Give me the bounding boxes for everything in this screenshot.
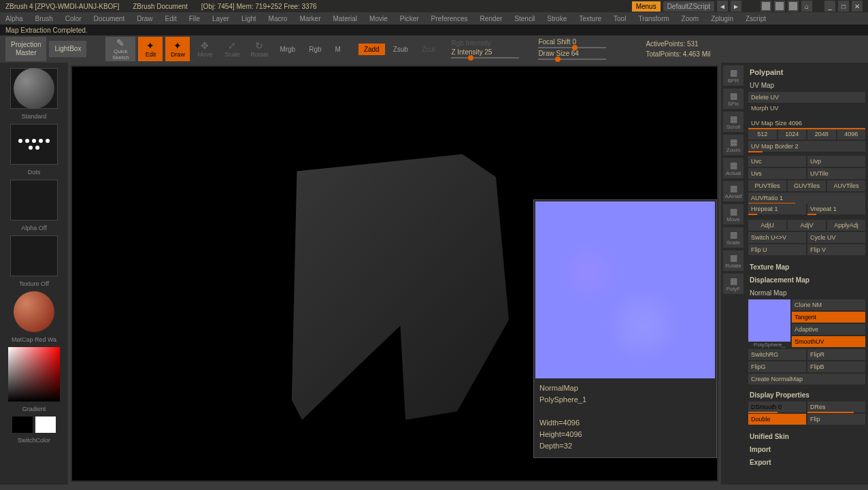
righttool-scale[interactable]: ▦Scale [723,227,744,248]
draw-button[interactable]: ✦Draw [165,37,190,61]
menu-zplugin[interactable]: Zplugin [711,15,733,22]
uvsize-2048[interactable]: 2048 [807,129,836,140]
uv-map-size-slider[interactable]: UV Map Size 4096 [748,118,865,129]
color-swatch-black[interactable] [12,416,33,433]
normalmap-thumbnail[interactable] [748,299,790,342]
color-swatch-white[interactable] [35,416,56,433]
minimize-icon[interactable]: _ [824,1,835,12]
menu-file[interactable]: File [189,15,200,22]
nav-next-icon[interactable]: ► [731,1,741,12]
zcut-button[interactable]: Zcut [416,46,440,53]
dsmooth-slider[interactable]: DSmooth 0 [748,402,806,412]
zadd-button[interactable]: Zadd [358,44,385,55]
menu-preferences[interactable]: Preferences [431,15,468,22]
righttool-zoom[interactable]: ▦Zoom [723,135,744,155]
menu-layer[interactable]: Layer [212,15,229,22]
menu-macro[interactable]: Macro [269,15,288,22]
menu-marker[interactable]: Marker [299,15,320,22]
vrepeat-slider[interactable]: Vrepeat 1 [807,203,865,214]
scale-button[interactable]: ⤢Scale [220,37,244,61]
menu-render[interactable]: Render [480,15,503,22]
nav-prev-icon[interactable]: ◄ [717,1,728,12]
alpha-selector[interactable] [10,180,58,220]
preview-image[interactable] [535,201,715,378]
uvc-button[interactable]: Uvc [748,156,806,167]
normalmap-header[interactable]: Normal Map [748,287,865,299]
uvsize-512[interactable]: 512 [748,129,777,140]
displacement-header[interactable]: Displacement Map [748,274,865,287]
righttool-polyf[interactable]: ▦PolyF [723,274,744,294]
delete-uv-button[interactable]: Delete UV [748,92,865,103]
switchuv-button[interactable]: Switch U<>V [748,232,806,243]
home-icon[interactable]: ⌂ [801,1,812,12]
displayprops-header[interactable]: Display Properties [748,389,865,402]
defaultzscript-button[interactable]: DefaultZScript [663,1,714,12]
menus-button[interactable]: Menus [632,1,661,12]
window-icon-2[interactable] [774,1,785,12]
menu-light[interactable]: Light [241,15,256,22]
m-button[interactable]: M [330,46,346,53]
dres-slider[interactable]: DRes [807,402,865,412]
flip-button[interactable]: Flip [807,414,865,425]
zsub-button[interactable]: Zsub [388,46,414,53]
uvtile-button[interactable]: UVTile [807,168,865,179]
rotate-button[interactable]: ↻Rotate [247,37,271,61]
window-icon-3[interactable] [788,1,799,12]
righttool-scroll[interactable]: ▦Scroll [723,112,744,132]
uv-border-slider[interactable]: UV Map Border 2 [748,141,865,152]
cycleuv-button[interactable]: Cycle UV [807,232,865,243]
righttool-spix[interactable]: ▦SPix [723,88,744,109]
menu-stroke[interactable]: Stroke [547,15,567,22]
menu-transform[interactable]: Transform [638,15,669,22]
color-picker[interactable] [8,347,60,402]
uvp-button[interactable]: Uvp [807,156,865,167]
adjv-button[interactable]: AdjV [788,220,826,231]
import-header[interactable]: Import [748,443,865,456]
menu-color[interactable]: Color [65,15,82,22]
adju-button[interactable]: AdjU [748,220,786,231]
tangent-button[interactable]: Tangent [792,312,865,323]
close-icon[interactable]: ✕ [852,1,863,12]
smoothuv-button[interactable]: SmoothUV [792,336,865,347]
switchcolor-button[interactable]: SwitchColor [18,437,50,444]
menu-texture[interactable]: Texture [579,15,601,22]
flipv-button[interactable]: Flip V [807,244,865,255]
edit-button[interactable]: ✦Edit [138,37,163,61]
menu-picker[interactable]: Picker [400,15,419,22]
guvtiles-button[interactable]: GUVTiles [788,180,826,191]
auvtiles-button[interactable]: AUVTiles [827,180,865,191]
move-button[interactable]: ✥Move [193,37,217,61]
polypaint-header[interactable]: Polypaint [748,65,865,79]
canvas[interactable]: NormalMap PolySphere_1 Width=4096 Height… [71,65,718,482]
righttool-aahalf[interactable]: ▦AAHalf [723,181,744,201]
maximize-icon[interactable]: □ [838,1,849,12]
projection-master-button[interactable]: Projection Master [5,37,46,61]
uvsize-4096[interactable]: 4096 [837,129,866,140]
flipb-button[interactable]: FlipB [807,361,865,372]
material-selector[interactable] [14,291,54,332]
flipu-button[interactable]: Flip U [748,244,806,255]
morph-uv-button[interactable]: Morph UV [748,103,865,114]
double-button[interactable]: Double [748,414,806,425]
stroke-selector[interactable] [10,124,58,165]
quicksketch-button[interactable]: ✎Quick Sketch [105,37,135,61]
rgb-button[interactable]: Rgb [303,46,327,53]
menu-edit[interactable]: Edit [165,15,177,22]
mrgb-button[interactable]: Mrgb [274,46,301,53]
export-header[interactable]: Export [748,456,865,469]
auvratio-slider[interactable]: AUVRatio 1 [748,193,865,203]
menu-tool[interactable]: Tool [614,15,626,22]
righttool-actual[interactable]: ▦Actual [723,158,744,178]
menu-zscript[interactable]: Zscript [746,15,766,22]
menu-document[interactable]: Document [94,15,125,22]
puvtiles-button[interactable]: PUVTiles [748,180,786,191]
flipg-button[interactable]: FlipG [748,361,806,372]
gradient-label[interactable]: Gradient [22,406,46,412]
texture-selector[interactable] [10,235,58,276]
lightbox-button[interactable]: LightBox [49,41,86,57]
menu-stencil[interactable]: Stencil [514,15,535,22]
menu-zoom[interactable]: Zoom [682,15,699,22]
uvmap-header[interactable]: UV Map [748,79,865,92]
menu-draw[interactable]: Draw [137,15,152,22]
menu-material[interactable]: Material [333,15,358,22]
